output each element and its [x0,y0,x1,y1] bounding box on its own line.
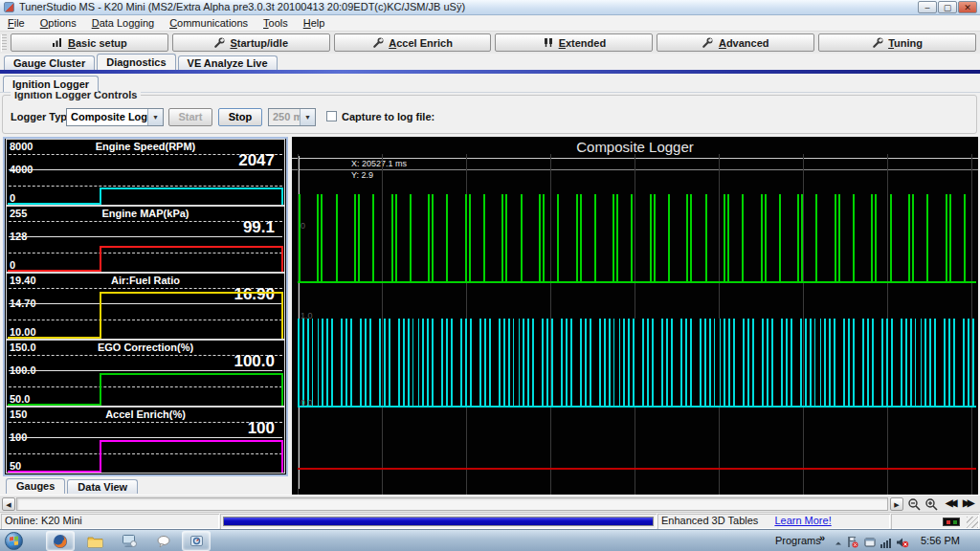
chat-bubble-icon [156,535,171,548]
taskbar-app-computer[interactable] [115,531,144,551]
zoom-out-icon[interactable] [907,497,923,512]
gauge-max-label: 8000 [10,141,33,152]
jump-end-icon[interactable]: ▶▶ [963,497,971,508]
ignition-logger-controls-group: Ignition Logger Controls Logger Type: Co… [2,95,977,134]
tab-ve-analyze-live[interactable]: VE Analyze Live [178,55,278,70]
progress-bar [223,517,654,526]
trigger-spike [505,194,507,281]
taskbar-app-messenger[interactable] [149,531,178,551]
start-button[interactable] [5,532,23,550]
gauge-gridline [9,221,282,222]
toolbar-button-advanced[interactable]: Advanced [657,33,814,52]
toolbar-button-accel-enrich[interactable]: Accel Enrich [334,33,492,52]
trigger-spike [727,194,729,281]
stop-button[interactable]: Stop [218,108,262,126]
logger-type-combo[interactable]: Composite Logger ▼ [66,108,164,126]
toolbar-grip[interactable] [1,34,7,52]
interval-combo[interactable]: 250 ms ▼ [268,108,316,126]
trigger-spike [410,194,412,281]
chart-title: Composite Logger [292,139,978,155]
trigger-spike [838,194,840,281]
gauge-max-label: 255 [10,208,27,219]
taskbar-app-tunerstudio[interactable] [182,531,211,551]
toolbar-button-startup-idle[interactable]: Startup/idle [172,33,330,52]
menu-file[interactable]: File [0,15,33,32]
clock[interactable]: 5:56 PM [921,535,960,546]
status-bar: Online: K20 Mini Enhanced 3D Tables Lear… [0,512,980,529]
chevron-down-icon[interactable]: ▼ [147,109,163,125]
jump-start-icon[interactable]: ◀◀ [946,497,954,508]
programs-chevron[interactable]: » [819,532,825,543]
tab-gauge-cluster[interactable]: Gauge Cluster [4,55,95,70]
action-center-flag-icon[interactable] [846,535,858,551]
toolbar-button-label: Extended [559,37,607,49]
learn-more-link[interactable]: Learn More! [774,515,831,526]
computer-icon [122,534,137,548]
cursor-x-readout: X: 20527.1 ms [351,159,407,168]
trigger-spike [650,194,652,281]
tab-ignition-logger[interactable]: Ignition Logger [3,76,99,92]
trigger-spike [391,194,393,281]
toolbar-button-basic-setup[interactable]: Basic setup [11,33,168,52]
gauge-trace [8,404,100,406]
gauge-gridline [9,320,282,320]
toolbar-button-extended[interactable]: Extended [495,33,653,52]
toolbar-button-label: Basic setup [68,37,127,49]
trigger-spike [372,194,374,281]
trigger-spike [428,194,430,281]
gauge-gridline [9,453,282,454]
scrollbar-track[interactable] [16,497,888,511]
trigger-spike [890,194,892,281]
menu-options[interactable]: Options [33,15,84,32]
trigger-spike [724,194,725,281]
start-button[interactable]: Start [168,108,212,126]
programs-label[interactable]: Programs [775,535,821,546]
gauge-trace [281,187,283,205]
trigger-spike [815,194,817,281]
desktop: TunerStudio MS - K20 Mini (MS2/Extra Alp… [0,0,980,551]
trigger-spike [432,194,434,281]
resize-grip[interactable] [967,517,978,528]
network-signal-icon[interactable] [880,535,893,551]
capture-checkbox[interactable] [326,111,337,121]
tab-gauges[interactable]: Gauges [6,478,65,494]
menu-tools[interactable]: Tools [256,15,296,32]
volume-muted-icon[interactable] [896,535,909,551]
menu-help[interactable]: Help [296,15,333,32]
taskbar-app-firefox[interactable] [46,531,75,551]
gauge-ego-correction: EGO Correction(%)150.0100.050.0100.0 [6,340,285,407]
trigger-spike [594,194,596,281]
gauge-value: 2047 [238,151,275,170]
scroll-left-button[interactable]: ◀ [2,497,15,511]
maximize-button[interactable]: ▢ [938,1,957,13]
gauge-engine-map-kpa: Engine MAP(kPa)255128099.1 [6,206,285,273]
toolbar-button-tuning[interactable]: Tuning [818,33,976,52]
toolbar-button-label: Startup/idle [230,37,288,49]
gauge-trace [100,292,101,339]
minimize-button[interactable]: – [918,1,937,13]
gauge-trace [8,471,100,473]
trigger-spike [612,194,614,281]
scroll-right-button[interactable]: ▶ [890,497,903,511]
composite-logger-chart[interactable]: Composite Logger X: 20527.1 ms Y: 2.9 0 … [292,137,978,495]
toolbar-button-label: Accel Enrich [389,37,453,49]
menu-data-logging[interactable]: Data Logging [84,15,162,32]
taskbar-app-explorer[interactable] [80,531,109,551]
title-bar: TunerStudio MS - K20 Mini (MS2/Extra Alp… [0,0,980,15]
chevron-down-icon[interactable]: ▼ [300,109,315,125]
trigger-spike [875,194,877,281]
gauge-value: 100.0 [234,352,275,371]
trigger-spike [779,194,781,281]
plugs-icon [543,37,554,49]
gauge-view-tabs: GaugesData View [3,476,140,494]
zoom-in-icon[interactable] [924,497,940,512]
show-hidden-icons[interactable] [834,535,843,551]
menu-communications[interactable]: Communications [162,15,256,32]
tab-data-view[interactable]: Data View [67,479,138,494]
tab-diagnostics[interactable]: Diagnostics [97,54,175,70]
close-button[interactable]: ✕ [958,1,977,13]
window-status-icon[interactable] [864,535,877,551]
trigger-spike [446,194,448,281]
trigger-spike [761,194,763,281]
gauge-trace [281,292,283,339]
